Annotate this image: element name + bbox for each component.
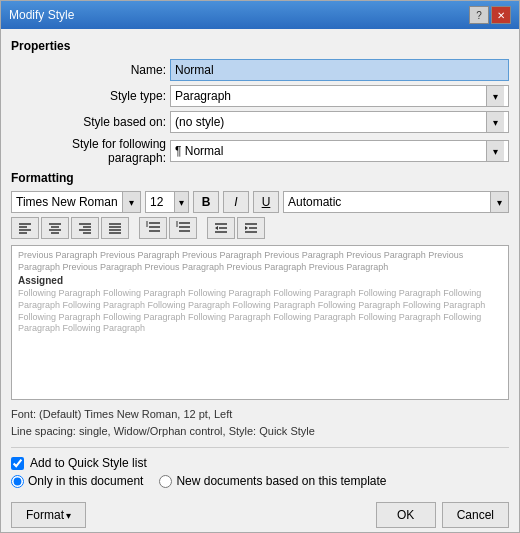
name-row: Name: bbox=[11, 59, 509, 81]
footer-right: OK Cancel bbox=[376, 502, 509, 528]
style-description: Font: (Default) Times New Roman, 12 pt, … bbox=[11, 406, 509, 439]
cancel-button[interactable]: Cancel bbox=[442, 502, 509, 528]
dialog-body: Properties Name: Style type: Paragraph S… bbox=[1, 29, 519, 496]
only-in-document-label: Only in this document bbox=[28, 474, 143, 488]
formatting-section: Formatting Times New Roman 12 B I U Auto… bbox=[11, 171, 509, 239]
align-left-button[interactable] bbox=[11, 217, 39, 239]
font-name-value: Times New Roman bbox=[12, 195, 122, 209]
style-based-value: (no style) bbox=[175, 115, 224, 129]
new-documents-radio[interactable] bbox=[159, 475, 172, 488]
separator bbox=[11, 447, 509, 448]
formatting-label: Formatting bbox=[11, 171, 509, 185]
font-size-value: 12 bbox=[146, 195, 174, 209]
ok-button[interactable]: OK bbox=[376, 502, 436, 528]
new-documents-option: New documents based on this template bbox=[159, 474, 386, 488]
indent-increase-button[interactable] bbox=[237, 217, 265, 239]
help-button[interactable]: ? bbox=[469, 6, 489, 24]
style-following-label: Style for following paragraph: bbox=[11, 137, 166, 165]
font-size-arrow bbox=[174, 192, 188, 212]
style-following-row: Style for following paragraph: ¶ Normal bbox=[11, 137, 509, 165]
font-name-arrow bbox=[122, 192, 140, 212]
font-size-select[interactable]: 12 bbox=[145, 191, 189, 213]
align-justify-button[interactable] bbox=[101, 217, 129, 239]
align-center-button[interactable] bbox=[41, 217, 69, 239]
format-arrow: ▾ bbox=[66, 510, 71, 521]
font-color-select[interactable]: Automatic bbox=[283, 191, 509, 213]
name-label: Name: bbox=[11, 63, 166, 77]
style-based-row: Style based on: (no style) bbox=[11, 111, 509, 133]
add-to-quick-style-label: Add to Quick Style list bbox=[30, 456, 147, 470]
svg-marker-29 bbox=[215, 226, 218, 230]
line-spacing-button[interactable] bbox=[139, 217, 167, 239]
name-input[interactable] bbox=[170, 59, 509, 81]
style-following-value: ¶ Normal bbox=[175, 144, 223, 158]
style-based-arrow bbox=[486, 112, 504, 132]
dialog-title: Modify Style bbox=[9, 8, 74, 22]
bold-button[interactable]: B bbox=[193, 191, 219, 213]
svg-marker-33 bbox=[245, 226, 248, 230]
footer-left: Format ▾ bbox=[11, 502, 86, 528]
svg-marker-25 bbox=[176, 226, 178, 227]
properties-label: Properties bbox=[11, 39, 509, 53]
add-to-quick-style-checkbox[interactable] bbox=[11, 457, 24, 470]
style-type-label: Style type: bbox=[11, 89, 166, 103]
italic-button[interactable]: I bbox=[223, 191, 249, 213]
style-desc-line1: Font: (Default) Times New Roman, 12 pt, … bbox=[11, 406, 509, 423]
style-following-select[interactable]: ¶ Normal bbox=[170, 140, 509, 162]
properties-section: Properties Name: Style type: Paragraph S… bbox=[11, 39, 509, 165]
font-row: Times New Roman 12 B I U Automatic bbox=[11, 191, 509, 213]
style-type-arrow bbox=[486, 86, 504, 106]
svg-marker-19 bbox=[146, 221, 148, 222]
format-button[interactable]: Format ▾ bbox=[11, 502, 86, 528]
svg-marker-20 bbox=[146, 226, 148, 227]
document-scope-row: Only in this document New documents base… bbox=[11, 474, 509, 488]
font-color-arrow bbox=[490, 192, 508, 212]
preview-box: Previous Paragraph Previous Paragraph Pr… bbox=[11, 245, 509, 400]
title-bar-buttons: ? ✕ bbox=[469, 6, 511, 24]
preview-previous: Previous Paragraph Previous Paragraph Pr… bbox=[18, 250, 502, 273]
style-type-select[interactable]: Paragraph bbox=[170, 85, 509, 107]
modify-style-dialog: Modify Style ? ✕ Properties Name: Style … bbox=[0, 0, 520, 533]
style-based-label: Style based on: bbox=[11, 115, 166, 129]
title-bar: Modify Style ? ✕ bbox=[1, 1, 519, 29]
preview-following: Following Paragraph Following Paragraph … bbox=[18, 288, 502, 335]
only-in-document-radio[interactable] bbox=[11, 475, 24, 488]
only-in-document-option: Only in this document bbox=[11, 474, 143, 488]
close-button[interactable]: ✕ bbox=[491, 6, 511, 24]
line-spacing2-button[interactable] bbox=[169, 217, 197, 239]
style-following-arrow bbox=[486, 141, 504, 161]
style-desc-line2: Line spacing: single, Widow/Orphan contr… bbox=[11, 423, 509, 440]
alignment-row bbox=[11, 217, 509, 239]
underline-button[interactable]: U bbox=[253, 191, 279, 213]
new-documents-label: New documents based on this template bbox=[176, 474, 386, 488]
dialog-footer: Format ▾ OK Cancel bbox=[1, 496, 519, 533]
align-right-button[interactable] bbox=[71, 217, 99, 239]
style-type-row: Style type: Paragraph bbox=[11, 85, 509, 107]
svg-marker-24 bbox=[176, 221, 178, 222]
add-to-quick-style-row: Add to Quick Style list bbox=[11, 456, 509, 470]
style-type-value: Paragraph bbox=[175, 89, 231, 103]
font-color-value: Automatic bbox=[284, 195, 490, 209]
style-based-select[interactable]: (no style) bbox=[170, 111, 509, 133]
format-label: Format bbox=[26, 508, 64, 522]
bottom-options: Add to Quick Style list Only in this doc… bbox=[11, 456, 509, 488]
indent-decrease-button[interactable] bbox=[207, 217, 235, 239]
font-name-select[interactable]: Times New Roman bbox=[11, 191, 141, 213]
preview-assigned: Assigned bbox=[18, 275, 502, 286]
